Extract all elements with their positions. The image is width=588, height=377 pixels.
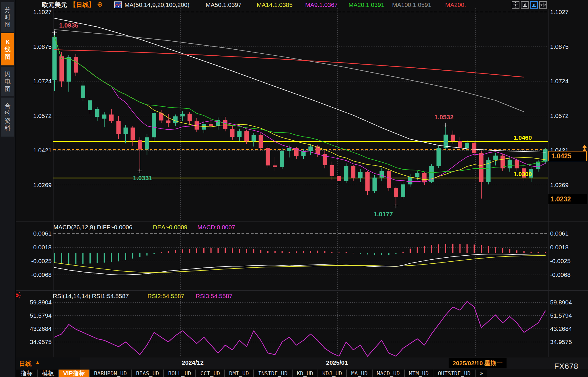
- tab-BIAS_UD[interactable]: BIAS_UD: [132, 370, 163, 377]
- price-annotation: 1.0177: [373, 211, 393, 218]
- sidebar-item-合约资料[interactable]: 合约资料: [1, 98, 14, 137]
- axis-shift-icon[interactable]: [539, 1, 547, 9]
- axis-play-icon[interactable]: [530, 1, 538, 9]
- sidebar-item-闪电图[interactable]: 闪电图: [1, 67, 14, 96]
- current-price-tag: 1.0425: [548, 151, 587, 161]
- price-chart-svg: [0, 0, 588, 377]
- indicator-tab-bar: 指标模板VIP指标BARUPDN_UDBIAS_UDBOLL_UDCCI_UDD…: [16, 370, 487, 377]
- tab-BOLL_UD[interactable]: BOLL_UD: [164, 370, 195, 377]
- current-date-label: 2025/02/10 星期一: [449, 358, 507, 368]
- session-low-tag: 1.0232: [548, 194, 587, 204]
- ma-group-label: MA(50,14,9,20,100,200): [124, 1, 190, 9]
- tab-MA_UD[interactable]: MA_UD: [347, 370, 372, 377]
- pane-separator: [15, 221, 588, 222]
- price-annotation: 1.0936: [59, 22, 78, 29]
- tab-OUTSIDE_UD[interactable]: OUTSIDE_UD: [433, 370, 475, 377]
- symbol-title: 欧元美元: [42, 1, 67, 9]
- period-selector[interactable]: 日线: [19, 359, 32, 368]
- ma-value-label: MA20:1.0391: [348, 1, 384, 9]
- rsi-header-rsi2: RSI2:54.5587: [147, 293, 184, 300]
- axis-scale-icon[interactable]: [521, 1, 529, 9]
- macd-header-main: MACD(26,12,9) DIFF:-0.0006: [53, 224, 132, 231]
- tab-VIP指标[interactable]: VIP指标: [59, 370, 89, 377]
- tab-CCI_UD[interactable]: CCI_UD: [196, 370, 224, 377]
- pane-separator: [15, 290, 588, 291]
- macd-header-dea: DEA:-0.0009: [153, 224, 187, 231]
- tab-DMI_UD[interactable]: DMI_UD: [225, 370, 253, 377]
- ma-value-label: MA50:1.0397: [206, 1, 242, 9]
- date-label-month2: 2025/01: [326, 359, 348, 366]
- tab-BARUPDN_UD[interactable]: BARUPDN_UD: [90, 370, 131, 377]
- tab-MACD_UD[interactable]: MACD_UD: [373, 370, 404, 377]
- ma-value-label: MA100:1.0591: [392, 1, 431, 9]
- period-tag[interactable]: 【日线】: [70, 1, 95, 9]
- tab-»[interactable]: »: [476, 370, 487, 377]
- period-up-triangle-icon[interactable]: ▲: [35, 359, 40, 366]
- support-level-label: 1.0300: [513, 171, 532, 178]
- tab-MTM_UD[interactable]: MTM_UD: [405, 370, 433, 377]
- candlestick-logo-icon[interactable]: [114, 1, 122, 9]
- sidebar-item-K线图[interactable]: K线图: [1, 33, 14, 65]
- circle-plus-icon[interactable]: ⊕: [97, 1, 103, 8]
- tab-KD_UD[interactable]: KD_UD: [293, 370, 318, 377]
- rsi-header-main: RSI(14,14,14) RSI1:54.5587: [53, 293, 129, 300]
- left-sidebar: 分时图K线图闪电图合约资料: [0, 0, 16, 377]
- sidebar-item-分时图[interactable]: 分时图: [1, 2, 14, 32]
- resistance-level-label: 1.0460: [513, 134, 532, 141]
- rsi-header-rsi3: RSI3:54.5587: [196, 293, 232, 300]
- tab-模板[interactable]: 模板: [38, 370, 58, 377]
- ma-value-label: MA9:1.0367: [305, 1, 338, 9]
- crosshair-move-icon[interactable]: [512, 1, 519, 9]
- date-label-month1: 2024/12: [182, 359, 204, 366]
- tab-指标[interactable]: 指标: [16, 370, 37, 377]
- tab-KDJ_UD[interactable]: KDJ_UD: [318, 370, 346, 377]
- watermark: FX678: [554, 362, 579, 371]
- tab-INSIDE_UD[interactable]: INSIDE_UD: [254, 370, 292, 377]
- macd-header-macd: MACD:0.0007: [197, 224, 235, 231]
- ma-value-label: MA200:: [445, 1, 466, 9]
- date-axis-row: 日线 ▲ 2024/12 2025/01 2025/02/10 星期一 FX67…: [15, 357, 588, 369]
- ma-value-label: MA14:1.0385: [257, 1, 293, 9]
- price-annotation: 1.0532: [434, 114, 453, 121]
- price-annotation: 1.0331: [133, 174, 152, 182]
